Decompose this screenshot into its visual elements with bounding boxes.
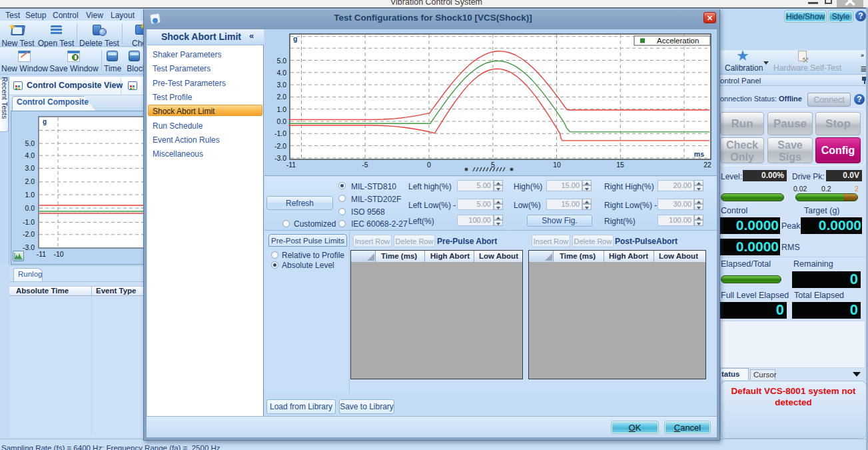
svg-text:-5: -5 [362,161,368,169]
svg-text:0.0: 0.0 [276,117,286,125]
svg-text:-10: -10 [53,250,63,258]
svg-text:10: 10 [553,161,561,169]
svg-text:3.0: 3.0 [276,81,286,89]
svg-text:-3.0: -3.0 [23,243,35,251]
svg-text:g: g [293,35,297,43]
svg-text:-1.0: -1.0 [23,218,35,226]
svg-text:0: 0 [427,161,431,169]
svg-text:-11: -11 [286,161,296,169]
svg-text:-1.0: -1.0 [274,129,286,137]
svg-text:22: 22 [703,161,711,169]
svg-text:-11: -11 [37,250,47,258]
svg-text:2.0: 2.0 [276,93,286,101]
svg-text:0.0: 0.0 [25,204,35,212]
svg-text:5.0: 5.0 [276,57,286,65]
svg-text:-2.0: -2.0 [274,142,286,150]
svg-text:ms: ms [694,150,704,158]
svg-text:1.0: 1.0 [276,105,286,113]
svg-text:4.0: 4.0 [276,69,286,77]
svg-text:15: 15 [616,161,624,169]
svg-text:Acceleration: Acceleration [657,37,699,45]
svg-text:-3.0: -3.0 [274,154,286,162]
svg-text:-2.0: -2.0 [23,230,35,238]
svg-text:1.0: 1.0 [25,191,35,199]
